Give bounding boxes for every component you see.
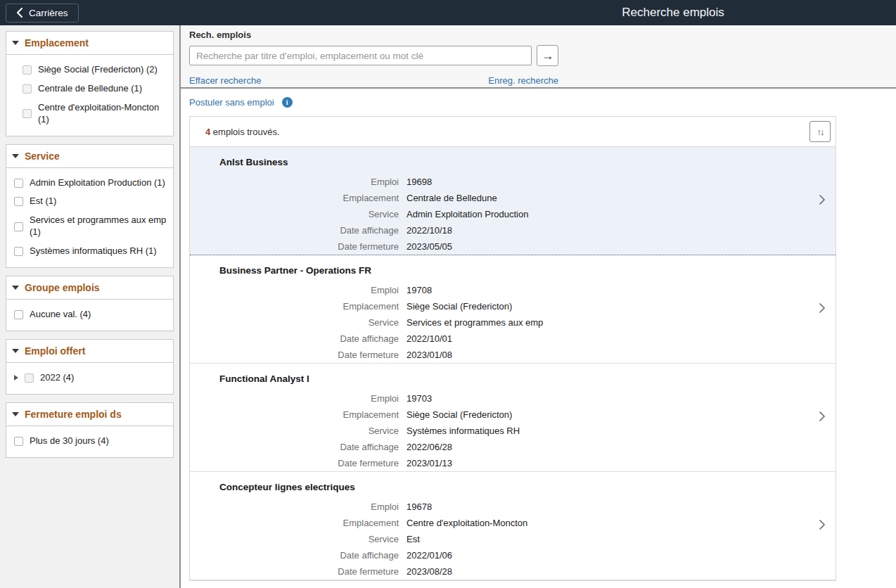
expand-icon[interactable] bbox=[14, 375, 18, 381]
checkbox[interactable] bbox=[14, 247, 23, 256]
field-label: Date fermeture bbox=[219, 455, 399, 471]
facet-sidebar: Emplacement Siège Social (Fredericton) (… bbox=[0, 25, 181, 588]
job-close-date: 2023/05/05 bbox=[407, 238, 807, 255]
checkbox[interactable] bbox=[23, 84, 32, 94]
job-department: Services et programmes aux emp bbox=[407, 314, 807, 331]
field-label: Date fermeture bbox=[219, 347, 399, 363]
job-posted-date: 2022/06/28 bbox=[407, 439, 807, 455]
checkbox[interactable] bbox=[14, 310, 23, 319]
facet-emploi-offert: Emploi offert 2022 (4) bbox=[6, 339, 174, 395]
facet-option-siege-social[interactable]: Siège Social (Fredericton) (2) bbox=[23, 60, 169, 79]
sort-arrows-icon: ↑↓ bbox=[817, 127, 824, 136]
job-department: Admin Exploitation Production bbox=[407, 206, 807, 222]
checkbox[interactable] bbox=[23, 65, 32, 75]
job-location: Siège Social (Fredericton) bbox=[407, 407, 807, 423]
arrow-right-icon: → bbox=[542, 49, 554, 62]
checkbox[interactable] bbox=[23, 109, 32, 118]
facet-option-est[interactable]: Est (1) bbox=[14, 192, 169, 211]
job-card[interactable]: Concepteur lignes electriques Emploi 196… bbox=[190, 472, 836, 580]
job-card[interactable]: Business Partner - Operations FR Emploi … bbox=[190, 255, 836, 364]
facet-service: Service Admin Exploitation Production (1… bbox=[6, 144, 174, 268]
job-id: 19698 bbox=[407, 174, 807, 190]
facet-emplacement: Emplacement Siège Social (Fredericton) (… bbox=[6, 31, 174, 136]
job-card[interactable]: Functional Analyst I Emploi 19703 Emplac… bbox=[190, 364, 836, 472]
checkbox[interactable] bbox=[14, 197, 23, 206]
facet-option-plus-30-jours[interactable]: Plus de 30 jours (4) bbox=[14, 432, 169, 451]
checkbox[interactable] bbox=[25, 373, 34, 383]
facet-title: Emplacement bbox=[25, 37, 89, 49]
chevron-down-icon bbox=[12, 286, 19, 290]
facet-title: Fermeture emploi ds bbox=[25, 409, 122, 420]
chevron-down-icon bbox=[12, 154, 19, 158]
facet-groupe-emplois-header[interactable]: Groupe emplois bbox=[6, 276, 173, 300]
search-zone: Rech. emplois → Effacer recherche Enreg.… bbox=[181, 25, 896, 89]
facet-option-systemes-informatiques[interactable]: Systèmes informatiques RH (1) bbox=[14, 242, 169, 261]
field-label: Service bbox=[219, 423, 399, 439]
results-area: Postuler sans emploi i 4 emplois trouvés… bbox=[181, 89, 896, 588]
field-label: Date fermeture bbox=[219, 238, 399, 255]
info-icon[interactable]: i bbox=[282, 97, 293, 108]
job-location: Centrale de Belledune bbox=[407, 190, 807, 206]
field-label: Emplacement bbox=[219, 190, 399, 206]
clear-search-link[interactable]: Effacer recherche bbox=[189, 75, 261, 86]
job-title: Concepteur lignes electriques bbox=[219, 482, 807, 492]
field-label: Emplacement bbox=[219, 407, 399, 423]
job-title: Anlst Business bbox=[219, 157, 807, 167]
apply-without-job-link[interactable]: Postuler sans emploi bbox=[189, 97, 274, 108]
app-header: Carrières Recherche emplois bbox=[0, 0, 896, 25]
job-location: Siège Social (Fredericton) bbox=[407, 298, 807, 314]
facet-emplacement-header[interactable]: Emplacement bbox=[6, 32, 173, 55]
chevron-left-icon bbox=[16, 8, 23, 18]
save-search-link[interactable]: Enreg. recherche bbox=[488, 75, 558, 86]
results-header: 4 emplois trouvés. ↑↓ bbox=[190, 117, 836, 147]
facet-option-aucune-val[interactable]: Aucune val. (4) bbox=[14, 305, 169, 324]
field-label: Emplacement bbox=[219, 298, 399, 314]
field-label: Date fermeture bbox=[219, 563, 399, 580]
checkbox[interactable] bbox=[14, 179, 23, 188]
job-department: Est bbox=[407, 531, 807, 547]
search-submit-button[interactable]: → bbox=[537, 45, 558, 66]
field-label: Date affichage bbox=[219, 222, 399, 238]
chevron-right-icon bbox=[819, 411, 826, 425]
facet-groupe-emplois: Groupe emplois Aucune val. (4) bbox=[6, 276, 174, 331]
job-id: 19703 bbox=[407, 390, 807, 407]
field-label: Service bbox=[219, 314, 399, 331]
facet-option-admin-exploitation[interactable]: Admin Exploitation Production (1) bbox=[14, 174, 169, 193]
facet-option-2022[interactable]: 2022 (4) bbox=[14, 369, 169, 388]
facet-emploi-offert-header[interactable]: Emploi offert bbox=[6, 340, 173, 363]
field-label: Emploi bbox=[219, 390, 399, 407]
facet-fermeture-emploi-header[interactable]: Fermeture emploi ds bbox=[6, 403, 173, 426]
facet-title: Service bbox=[25, 151, 60, 162]
search-input[interactable] bbox=[189, 46, 532, 65]
facet-service-header[interactable]: Service bbox=[6, 145, 173, 168]
back-button[interactable]: Carrières bbox=[6, 4, 79, 23]
chevron-right-icon bbox=[819, 302, 826, 317]
checkbox[interactable] bbox=[14, 222, 23, 231]
facet-option-centre-moncton[interactable]: Centre d'exploitation-Moncton (1) bbox=[23, 98, 169, 129]
job-title: Functional Analyst I bbox=[219, 373, 807, 384]
job-id: 19708 bbox=[407, 282, 807, 298]
field-label: Emplacement bbox=[219, 515, 399, 531]
facet-option-centrale-belledune[interactable]: Centrale de Belledune (1) bbox=[23, 79, 169, 98]
field-label: Emploi bbox=[219, 282, 399, 298]
job-posted-date: 2022/10/01 bbox=[407, 331, 807, 347]
job-id: 19678 bbox=[407, 499, 807, 515]
checkbox[interactable] bbox=[14, 437, 23, 446]
job-location: Centre d'exploitation-Moncton bbox=[407, 515, 807, 531]
chevron-right-icon bbox=[819, 519, 826, 533]
page-title: Recherche emplois bbox=[622, 6, 724, 20]
chevron-right-icon bbox=[819, 194, 826, 208]
job-posted-date: 2022/10/18 bbox=[407, 222, 807, 238]
facet-option-services-programmes[interactable]: Services et programmes aux emp (1) bbox=[14, 211, 169, 242]
job-card[interactable]: Anlst Business Emploi 19698 Emplacement … bbox=[190, 147, 836, 255]
field-label: Service bbox=[219, 206, 399, 222]
sort-button[interactable]: ↑↓ bbox=[809, 121, 831, 142]
facet-title: Emploi offert bbox=[25, 345, 85, 357]
job-posted-date: 2022/01/06 bbox=[407, 547, 807, 563]
facet-fermeture-emploi: Fermeture emploi ds Plus de 30 jours (4) bbox=[6, 402, 174, 458]
field-label: Emploi bbox=[219, 499, 399, 515]
results-panel: 4 emplois trouvés. ↑↓ Anlst Business Emp… bbox=[189, 116, 836, 581]
field-label: Emploi bbox=[219, 174, 399, 190]
field-label: Date affichage bbox=[219, 331, 399, 347]
chevron-down-icon bbox=[12, 41, 19, 45]
